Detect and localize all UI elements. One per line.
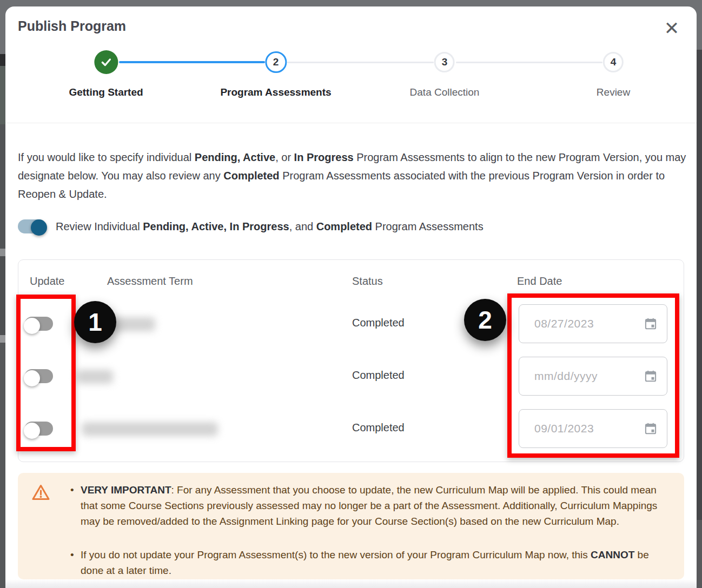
step-completed-circle	[94, 50, 118, 74]
warning-bullet: VERY IMPORTANT: For any Assessment that …	[70, 482, 668, 529]
toggle-thumb	[31, 219, 47, 236]
assessment-term-redacted	[82, 422, 218, 436]
annotation-badge-2: 2	[464, 299, 506, 341]
step-getting-started[interactable]: Getting Started	[69, 50, 143, 98]
page-dim-overlay-left	[0, 6, 5, 588]
warning-bullet: If you do not update your Program Assess…	[70, 547, 668, 578]
column-header-update: Update	[30, 275, 65, 288]
step-label: Program Assessments	[220, 86, 331, 98]
step-number: 3	[442, 56, 448, 68]
column-header-assessment-term: Assessment Term	[107, 275, 193, 288]
column-header-end-date: End Date	[517, 275, 562, 288]
status-text: Completed	[352, 317, 405, 329]
warning-bullet-list: VERY IMPORTANT: For any Assessment that …	[70, 482, 668, 578]
page-dim-overlay-right	[697, 6, 702, 588]
step-active-circle: 2	[265, 51, 287, 73]
step-label: Review	[597, 86, 630, 98]
annotation-box-end-date-column	[507, 293, 679, 458]
step-upcoming-circle: 3	[434, 52, 455, 72]
column-header-status: Status	[352, 275, 383, 288]
annotation-badge-1: 1	[74, 301, 116, 343]
step-label: Getting Started	[69, 86, 143, 98]
check-icon	[100, 56, 112, 69]
warning-banner: VERY IMPORTANT: For any Assessment that …	[18, 473, 684, 579]
annotation-box-update-column	[16, 295, 76, 451]
dialog-footer-edge	[5, 579, 697, 588]
header-divider	[5, 123, 697, 123]
review-toggle-label: Review Individual Pending, Active, In Pr…	[56, 220, 484, 233]
review-assessments-toggle[interactable]	[18, 219, 46, 233]
assessment-term-redacted	[76, 370, 113, 384]
intro-paragraph: If you would like to specify individual …	[18, 148, 686, 203]
step-number: 2	[273, 56, 279, 68]
wizard-stepper: Getting Started 2 Program Assessments 3 …	[5, 6, 697, 115]
step-upcoming-circle: 4	[603, 52, 624, 72]
step-label: Data Collection	[410, 86, 480, 98]
status-text: Completed	[352, 369, 405, 382]
step-data-collection[interactable]: 3 Data Collection	[410, 50, 480, 98]
step-number: 4	[611, 56, 617, 68]
step-program-assessments[interactable]: 2 Program Assessments	[220, 50, 331, 98]
status-text: Completed	[352, 422, 405, 434]
warning-triangle-icon	[31, 483, 51, 503]
step-review[interactable]: 4 Review	[597, 50, 630, 98]
publish-program-dialog: Publish Program ✕ Getting Started 2	[5, 6, 697, 588]
